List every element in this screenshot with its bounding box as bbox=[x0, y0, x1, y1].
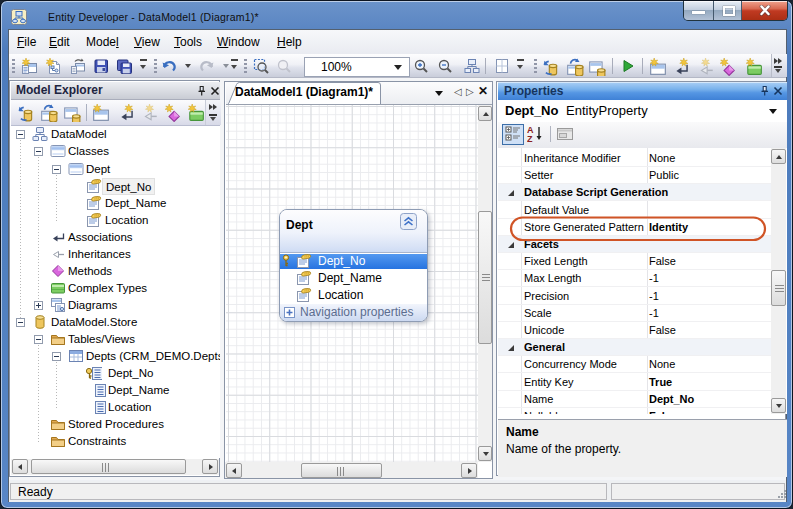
svg-text:Z: Z bbox=[527, 134, 533, 143]
